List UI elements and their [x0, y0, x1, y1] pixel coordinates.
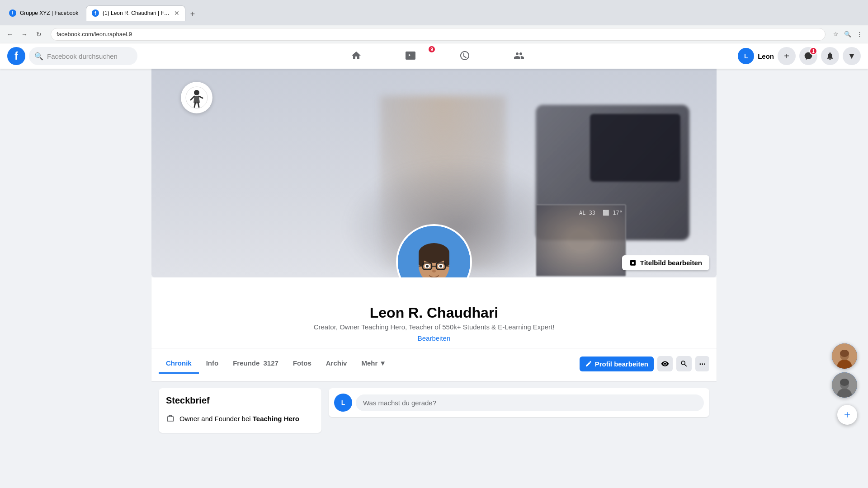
profile-main: Steckbrief Owner and Founder bei Teachin…	[151, 381, 717, 447]
steckbrief-card: Steckbrief Owner and Founder bei Teachin…	[159, 388, 321, 433]
svg-point-1	[194, 90, 199, 95]
zoom-icon[interactable]: 🔍	[843, 29, 853, 39]
messenger-button[interactable]: 1	[799, 47, 817, 65]
edit-profile-label: Profil bearbeiten	[595, 360, 648, 368]
tab-mehr[interactable]: Mehr ▼	[354, 354, 393, 374]
search-profile-button[interactable]	[676, 356, 692, 371]
browser-tab-1[interactable]: f Gruppe XYZ | Facebook	[4, 5, 85, 21]
tab-close-2[interactable]: ✕	[174, 9, 179, 17]
fab-button[interactable]	[837, 405, 857, 425]
svg-point-19	[432, 270, 436, 272]
nav-groups[interactable]	[494, 45, 544, 67]
profile-picture	[398, 226, 470, 277]
new-tab-button[interactable]: +	[186, 8, 199, 21]
fb-header-right: L Leon + 1 ▼	[738, 47, 861, 65]
post-composer-top: L Was machst du gerade?	[334, 394, 704, 412]
browser-tab-2[interactable]: f (1) Leon R. Chaudhari | Faceb... ✕	[86, 5, 185, 21]
profile-container: AL 33⬜ 17°	[151, 69, 717, 447]
account-menu-button[interactable]: ▼	[843, 47, 861, 65]
create-button[interactable]: +	[778, 47, 796, 65]
tab-freunde[interactable]: Freunde 3127	[226, 354, 286, 374]
profile-tabs: Chronik Info Freunde 3127 Fotos Archiv M…	[151, 354, 717, 374]
fb-nav: 9	[141, 45, 734, 67]
camera-overlay: AL 33⬜ 17°	[576, 208, 626, 218]
composer-placeholder: Was machst du gerade?	[363, 399, 436, 407]
tab-freunde-count: 3127	[264, 359, 278, 367]
tab-title-2: (1) Leon R. Chaudhari | Faceb...	[103, 10, 170, 16]
nav-watch[interactable]: 9	[385, 45, 436, 67]
user-name: Leon	[758, 52, 774, 60]
profile-right-column: L Was machst du gerade?	[329, 388, 709, 440]
tab-chronik[interactable]: Chronik	[159, 354, 199, 374]
cover-photo-area: AL 33⬜ 17°	[151, 69, 717, 277]
browser-tabs: f Gruppe XYZ | Facebook f (1) Leon R. Ch…	[4, 5, 199, 21]
tab-title-1: Gruppe XYZ | Facebook	[20, 10, 80, 16]
preview-button[interactable]	[657, 356, 673, 371]
search-input[interactable]	[47, 52, 132, 60]
browser-chrome: f Gruppe XYZ | Facebook f (1) Leon R. Ch…	[0, 0, 868, 25]
svg-point-18	[439, 265, 442, 267]
composer-input[interactable]: Was machst du gerade?	[356, 394, 704, 411]
fb-header: f 🔍 9 L Leon + 1	[0, 43, 868, 69]
steckbrief-item-1: Owner and Founder bei Teaching Hero	[166, 411, 314, 426]
profile-name: Leon R. Chaudhari	[151, 305, 717, 321]
post-composer: L Was machst du gerade?	[329, 388, 709, 417]
tab-favicon-2: f	[92, 9, 99, 17]
svg-point-22	[840, 350, 849, 357]
profile-bio: Creator, Owner Teaching Hero, Teacher of…	[151, 323, 717, 331]
chat-head-avatar-1	[832, 343, 857, 369]
back-button[interactable]: ←	[4, 28, 16, 41]
nav-marketplace[interactable]	[439, 45, 490, 67]
sticker-icon	[181, 82, 212, 113]
address-text: facebook.com/leon.raphael.9	[57, 31, 132, 38]
user-avatar-btn[interactable]: L Leon	[738, 48, 774, 64]
profile-info-section: Leon R. Chaudhari Creator, Owner Teachin…	[151, 277, 717, 381]
edit-cover-button[interactable]: Titelbild bearbeiten	[622, 255, 709, 270]
briefcase-icon	[166, 414, 175, 423]
composer-avatar: L	[334, 394, 352, 412]
fb-search-box[interactable]: 🔍	[29, 47, 137, 65]
forward-button[interactable]: →	[18, 28, 31, 41]
tab-info[interactable]: Info	[199, 354, 226, 374]
chat-head-2[interactable]	[832, 372, 857, 398]
user-avatar: L	[738, 48, 754, 64]
profile-left-column: Steckbrief Owner and Founder bei Teachin…	[159, 388, 321, 440]
edit-bio-link[interactable]: Bearbeiten	[418, 334, 451, 342]
tab-fotos[interactable]: Fotos	[286, 354, 319, 374]
svg-point-17	[426, 265, 429, 267]
profile-picture-ring	[396, 224, 472, 277]
fb-logo[interactable]: f	[7, 47, 25, 65]
tab-archiv[interactable]: Archiv	[319, 354, 354, 374]
cover-sticker	[179, 80, 215, 116]
browser-actions: ☆ 🔍 ⋮	[831, 29, 864, 39]
more-actions-button[interactable]: ⋯	[695, 356, 709, 371]
menu-icon[interactable]: ⋮	[854, 29, 864, 39]
tab-freunde-label: Freunde	[233, 359, 259, 367]
address-bar[interactable]: facebook.com/leon.raphael.9	[51, 28, 826, 41]
bookmark-icon[interactable]: ☆	[831, 29, 841, 39]
tab-favicon-1: f	[9, 9, 16, 17]
profile-picture-area	[396, 224, 472, 277]
more-dots: ⋯	[699, 360, 706, 368]
chat-head-avatar-2	[832, 372, 857, 398]
nav-home[interactable]	[331, 45, 382, 67]
camera-lens	[590, 114, 680, 182]
edit-profile-button[interactable]: Profil bearbeiten	[580, 357, 654, 371]
watch-badge: 9	[428, 45, 436, 53]
steckbrief-title: Steckbrief	[166, 395, 314, 406]
chat-head-1[interactable]	[832, 343, 857, 369]
mehr-chevron: ▼	[379, 359, 386, 367]
search-icon: 🔍	[34, 52, 43, 61]
edit-cover-label: Titelbild bearbeiten	[640, 259, 702, 267]
browser-controls: ← → ↻ facebook.com/leon.raphael.9 ☆ 🔍 ⋮	[0, 25, 868, 43]
svg-point-26	[840, 379, 849, 386]
chat-heads	[832, 343, 857, 398]
profile-divider	[151, 348, 717, 348]
messenger-badge: 1	[809, 47, 817, 55]
reload-button[interactable]: ↻	[33, 28, 45, 41]
steckbrief-text-1: Owner and Founder bei Teaching Hero	[179, 415, 314, 422]
notifications-button[interactable]	[821, 47, 839, 65]
